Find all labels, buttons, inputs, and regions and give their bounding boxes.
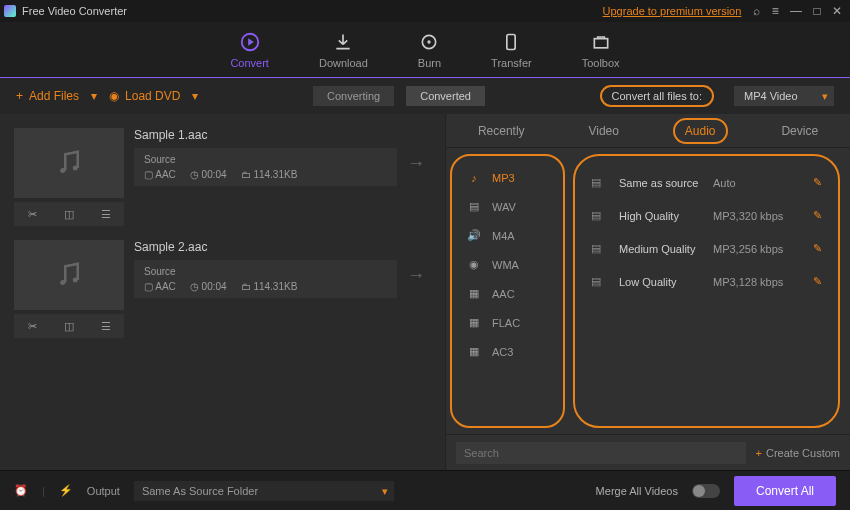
file-thumbnail [14, 240, 124, 310]
output-label: Output [87, 485, 120, 497]
source-label: Source [144, 154, 387, 165]
close-icon[interactable]: ✕ [832, 4, 842, 18]
format-mp3[interactable]: ♪MP3 [452, 164, 563, 192]
low-icon: ▤ [591, 275, 609, 288]
file-size: 🗀 114.31KB [241, 169, 298, 180]
format-list: ♪MP3 ▤WAV 🔊M4A ◉WMA ▦AAC ▦FLAC ▦AC3 [450, 154, 565, 428]
file-thumbnail [14, 128, 124, 198]
svg-point-2 [428, 40, 431, 43]
medium-icon: ▤ [591, 242, 609, 255]
trim-icon[interactable]: ✂ [28, 208, 37, 221]
plus-icon: + [756, 447, 762, 459]
crop-icon[interactable]: ◫ [64, 208, 74, 221]
app-logo [4, 5, 16, 17]
file-tools: ✂ ◫ ☰ [14, 202, 124, 226]
edit-icon[interactable]: ✎ [813, 242, 822, 255]
format-search-input[interactable] [456, 442, 746, 464]
tab-converting[interactable]: Converting [313, 86, 394, 106]
minimize-icon[interactable]: — [790, 4, 802, 18]
menu-icon[interactable]: ≡ [772, 4, 779, 18]
audio-icon: ▦ [466, 345, 482, 358]
transfer-icon [500, 31, 522, 53]
output-folder-select[interactable]: Same As Source Folder [134, 481, 394, 501]
source-icon: ▤ [591, 176, 609, 189]
output-format-select[interactable]: MP4 Video [734, 86, 834, 106]
nav-toolbox[interactable]: Toolbox [582, 31, 620, 69]
file-tools: ✂ ◫ ☰ [14, 314, 124, 338]
nav-download[interactable]: Download [319, 31, 368, 69]
nav-burn[interactable]: Burn [418, 31, 441, 69]
bottom-bar: ⏰ | ⚡ Output Same As Source Folder Merge… [0, 470, 850, 510]
panel-tab-device[interactable]: Device [771, 120, 828, 142]
format-wav[interactable]: ▤WAV [452, 192, 563, 221]
search-icon[interactable]: ⌕ [753, 4, 760, 18]
add-files-button[interactable]: +Add Files▾ [16, 89, 97, 103]
svg-rect-4 [594, 38, 607, 47]
edit-icon[interactable]: ✎ [813, 275, 822, 288]
audio-icon: 🔊 [466, 229, 482, 242]
audio-icon: ▦ [466, 287, 482, 300]
load-dvd-button[interactable]: ◉Load DVD▾ [109, 89, 198, 103]
top-nav: Convert Download Burn Transfer Toolbox [0, 22, 850, 78]
quality-medium[interactable]: ▤Medium QualityMP3,256 kbps✎ [575, 232, 838, 265]
create-custom-button[interactable]: +Create Custom [756, 447, 840, 459]
svg-point-8 [73, 278, 78, 283]
format-m4a[interactable]: 🔊M4A [452, 221, 563, 250]
convert-all-button[interactable]: Convert All [734, 476, 836, 506]
svg-point-5 [60, 168, 65, 173]
codec-badge: ▢ AAC [144, 281, 176, 292]
format-panel: Recently Video Audio Device ♪MP3 ▤WAV 🔊M… [445, 114, 850, 470]
merge-toggle[interactable] [692, 484, 720, 498]
settings-icon[interactable]: ☰ [101, 208, 111, 221]
format-flac[interactable]: ▦FLAC [452, 308, 563, 337]
panel-tab-audio[interactable]: Audio [673, 118, 728, 144]
format-aac[interactable]: ▦AAC [452, 279, 563, 308]
codec-badge: ▢ AAC [144, 169, 176, 180]
download-icon [332, 31, 354, 53]
panel-tab-recently[interactable]: Recently [468, 120, 535, 142]
settings-icon[interactable]: ☰ [101, 320, 111, 333]
merge-label: Merge All Videos [596, 485, 678, 497]
file-item[interactable]: Sample 1.aac Source ▢ AAC ◷ 00:04 🗀 114.… [0, 122, 445, 204]
edit-icon[interactable]: ✎ [813, 176, 822, 189]
chevron-down-icon: ▾ [91, 89, 97, 103]
file-name: Sample 2.aac [134, 240, 397, 254]
duration: ◷ 00:04 [190, 281, 227, 292]
crop-icon[interactable]: ◫ [64, 320, 74, 333]
edit-icon[interactable]: ✎ [813, 209, 822, 222]
convert-icon [239, 31, 261, 53]
toolbar: +Add Files▾ ◉Load DVD▾ Converting Conver… [0, 78, 850, 114]
nav-convert[interactable]: Convert [230, 31, 269, 69]
nav-transfer[interactable]: Transfer [491, 31, 532, 69]
file-size: 🗀 114.31KB [241, 281, 298, 292]
upgrade-link[interactable]: Upgrade to premium version [603, 5, 742, 17]
svg-rect-3 [507, 34, 515, 49]
burn-icon [418, 31, 440, 53]
alarm-icon[interactable]: ⏰ [14, 484, 28, 497]
audio-icon: ▤ [466, 200, 482, 213]
svg-point-6 [73, 166, 78, 171]
quality-low[interactable]: ▤Low QualityMP3,128 kbps✎ [575, 265, 838, 298]
quality-high[interactable]: ▤High QualityMP3,320 kbps✎ [575, 199, 838, 232]
quality-same-as-source[interactable]: ▤Same as sourceAuto✎ [575, 166, 838, 199]
convert-all-label: Convert all files to: [600, 85, 714, 107]
file-item[interactable]: Sample 2.aac Source ▢ AAC ◷ 00:04 🗀 114.… [0, 234, 445, 316]
trim-icon[interactable]: ✂ [28, 320, 37, 333]
plus-icon: + [16, 89, 23, 103]
audio-icon: ▦ [466, 316, 482, 329]
format-wma[interactable]: ◉WMA [452, 250, 563, 279]
arrow-icon: → [407, 265, 425, 286]
maximize-icon[interactable]: □ [813, 4, 820, 18]
format-ac3[interactable]: ▦AC3 [452, 337, 563, 366]
source-label: Source [144, 266, 387, 277]
panel-tab-video[interactable]: Video [578, 120, 628, 142]
file-list: Sample 1.aac Source ▢ AAC ◷ 00:04 🗀 114.… [0, 114, 445, 470]
audio-icon: ◉ [466, 258, 482, 271]
file-name: Sample 1.aac [134, 128, 397, 142]
audio-icon: ♪ [466, 172, 482, 184]
quality-list: ▤Same as sourceAuto✎ ▤High QualityMP3,32… [573, 154, 840, 428]
svg-point-7 [60, 280, 65, 285]
high-icon: ▤ [591, 209, 609, 222]
tab-converted[interactable]: Converted [406, 86, 485, 106]
power-icon[interactable]: ⚡ [59, 484, 73, 497]
